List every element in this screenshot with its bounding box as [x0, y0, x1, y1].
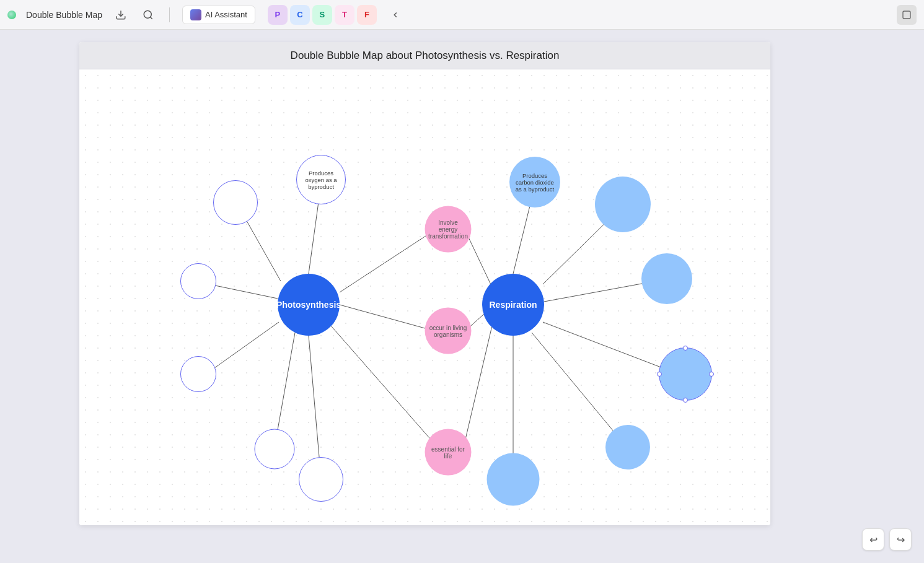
shared-bubble-essential[interactable]: essential for life — [425, 429, 472, 476]
ai-icon — [190, 9, 201, 20]
tool-pill-c[interactable]: C — [290, 5, 310, 25]
left-sidebar — [0, 30, 79, 563]
resize-handle-left[interactable] — [657, 372, 662, 377]
tool-pill-t[interactable]: T — [335, 5, 354, 25]
resp-bubble-6[interactable] — [487, 453, 540, 506]
resp-co2-label: Produces carbon dioxide as a byproduct — [513, 172, 557, 193]
photo-bubble-oxygen[interactable]: Produces oxygen as a byproduct — [296, 155, 346, 204]
photo-bubble-5[interactable] — [255, 429, 295, 469]
resp-bubble-co2[interactable]: Produces carbon dioxide as a byproduct — [509, 157, 560, 207]
svg-line-20 — [331, 326, 438, 447]
main-area: Double Bubble Map about Photosynthesis v… — [0, 30, 924, 563]
tool-pill-p[interactable]: P — [268, 5, 288, 25]
svg-line-21 — [464, 326, 492, 447]
tool-pill-s[interactable]: S — [312, 5, 332, 25]
topbar: Double Bubble Map AI Assistant P C S T F — [0, 0, 924, 30]
resp-bubble-5[interactable] — [605, 425, 650, 469]
svg-line-18 — [340, 305, 429, 330]
photosynthesis-bubble[interactable]: Photosynthesis — [278, 274, 340, 336]
ai-assistant-button[interactable]: AI Assistant — [182, 6, 255, 24]
search-button[interactable] — [139, 6, 157, 24]
shared-essential-label: essential for life — [429, 445, 468, 459]
redo-button[interactable]: ↪ — [889, 528, 912, 551]
undo-button[interactable]: ↩ — [862, 528, 884, 551]
shared-energy-label: Involve energy transformation — [428, 219, 468, 240]
tool-pill-f[interactable]: F — [357, 5, 377, 25]
redo-icon: ↪ — [897, 534, 905, 546]
tool-pills: P C S T F — [268, 5, 377, 25]
svg-rect-3 — [903, 11, 910, 19]
canvas-body[interactable]: Photosynthesis Respiration Involve energ… — [79, 69, 770, 525]
shared-living-label: occur in living organisms — [429, 324, 468, 338]
undo-icon: ↩ — [869, 534, 878, 546]
photosynthesis-label: Photosynthesis — [276, 300, 341, 310]
svg-line-2 — [150, 17, 152, 19]
topbar-right — [897, 5, 917, 25]
svg-point-1 — [144, 11, 151, 18]
svg-line-16 — [340, 233, 429, 292]
shared-bubble-energy[interactable]: Involve energy transformation — [425, 206, 472, 253]
photo-oxygen-label: Produces oxygen as a byproduct — [301, 170, 341, 190]
resp-bubble-3[interactable] — [641, 253, 692, 304]
app-logo — [7, 11, 16, 19]
bottom-toolbar: ↩ ↪ — [862, 528, 912, 551]
photo-bubble-3[interactable] — [180, 263, 216, 299]
profile-button[interactable] — [897, 5, 917, 25]
canvas-title-bar: Double Bubble Map about Photosynthesis v… — [79, 42, 770, 69]
photo-bubble-6[interactable] — [299, 457, 343, 502]
resize-handle-top[interactable] — [683, 346, 688, 351]
divider — [169, 7, 170, 22]
canvas[interactable]: Double Bubble Map about Photosynthesis v… — [79, 42, 770, 525]
canvas-title: Double Bubble Map about Photosynthesis v… — [291, 50, 560, 62]
photo-bubble-2[interactable] — [213, 180, 258, 225]
respiration-bubble[interactable]: Respiration — [482, 274, 544, 336]
resize-handle-right[interactable] — [709, 372, 714, 377]
respiration-label: Respiration — [489, 300, 537, 310]
resp-bubble-4-selected[interactable] — [659, 347, 712, 401]
resp-bubble-2[interactable] — [595, 177, 651, 232]
ai-assistant-label: AI Assistant — [205, 10, 247, 19]
download-button[interactable] — [112, 6, 130, 24]
shared-bubble-living[interactable]: occur in living organisms — [425, 308, 472, 354]
photo-bubble-4[interactable] — [180, 356, 216, 392]
resize-handle-bottom[interactable] — [683, 398, 688, 403]
collapse-button[interactable] — [387, 6, 404, 24]
app-title: Double Bubble Map — [26, 10, 102, 20]
